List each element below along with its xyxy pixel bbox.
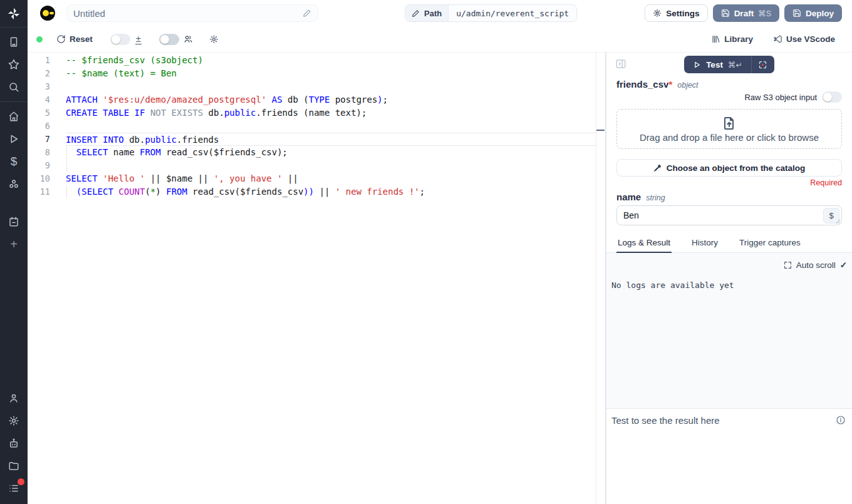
resize-grip[interactable] xyxy=(836,219,841,224)
line-number: 8 xyxy=(28,146,66,159)
settings-gear-icon[interactable] xyxy=(7,414,21,428)
arg-name-type: string xyxy=(646,193,665,202)
code-line-4[interactable]: 4ATTACH '$res:u/demo/amazed_postgresql' … xyxy=(28,93,596,106)
resources-cluster-icon[interactable] xyxy=(7,177,21,191)
result-placeholder: Test to see the result here xyxy=(611,415,720,426)
sidebar: $ + xyxy=(0,0,28,504)
variables-dollar-icon[interactable]: $ xyxy=(7,155,21,168)
code-text: -- $name (text) = Ben xyxy=(66,67,596,80)
code-line-10[interactable]: 10SELECT 'Hello ' || $name || ', you hav… xyxy=(28,172,596,185)
collapse-panel-icon[interactable] xyxy=(615,58,628,71)
script-title: Untitled xyxy=(73,8,303,19)
library-icon xyxy=(711,34,720,44)
settings-label: Settings xyxy=(666,9,699,18)
line-number: 11 xyxy=(28,185,66,198)
code-line-7[interactable]: 7INSERT INTO db.public.friends xyxy=(28,133,596,146)
tab-trigger-captures[interactable]: Trigger captures xyxy=(738,235,802,253)
file-dropzone[interactable]: Drag and drop a file here or click to br… xyxy=(616,109,842,149)
code-line-8[interactable]: 8 SELECT name FROM read_csv($friends_csv… xyxy=(28,146,596,159)
library-label: Library xyxy=(724,34,753,44)
logs-pane: Auto scroll ✓ No logs are available yet xyxy=(606,253,852,408)
top-header: Untitled Path u/admin/reverent_script Se… xyxy=(28,0,852,26)
diff-toggle[interactable] xyxy=(110,34,130,45)
user-icon[interactable] xyxy=(7,391,21,405)
line-number: 9 xyxy=(28,159,66,172)
app-root: $ + xyxy=(0,0,852,504)
path-value: u/admin/reverent_script xyxy=(449,5,576,21)
arg-friends-csv-type: object xyxy=(677,81,698,90)
reset-button[interactable]: Reset xyxy=(56,34,93,44)
line-number: 5 xyxy=(28,106,66,120)
edit-pencil-icon xyxy=(412,9,420,18)
capture-icon xyxy=(758,60,767,69)
settings-button[interactable]: Settings xyxy=(645,4,707,22)
code-line-6[interactable]: 6 xyxy=(28,120,596,133)
draft-shortcut: ⌘S xyxy=(758,9,771,18)
code-text: (SELECT COUNT(*) FROM read_csv($friends_… xyxy=(66,185,596,198)
deploy-label: Deploy xyxy=(806,9,834,18)
workers-robot-icon[interactable] xyxy=(7,436,21,450)
line-number: 10 xyxy=(28,172,66,185)
workspace-icon[interactable] xyxy=(7,35,21,49)
status-dot xyxy=(36,36,43,43)
code-line-2[interactable]: 2-- $name (text) = Ben xyxy=(28,67,596,80)
arg-name-label: name xyxy=(616,192,641,202)
search-icon[interactable] xyxy=(7,80,21,94)
add-plus-icon[interactable]: + xyxy=(7,237,21,251)
home-icon[interactable] xyxy=(7,110,21,123)
multiplayer-toggle[interactable] xyxy=(159,34,179,45)
draft-button[interactable]: Draft ⌘S xyxy=(713,4,779,22)
folders-icon[interactable] xyxy=(7,459,21,473)
test-label: Test xyxy=(706,60,723,69)
line-number: 7 xyxy=(28,133,66,146)
play-icon xyxy=(693,61,701,69)
save-icon xyxy=(792,9,801,18)
code-line-5[interactable]: 5CREATE TABLE IF NOT EXISTS db.public.fr… xyxy=(28,106,596,120)
tab-history[interactable]: History xyxy=(690,235,719,253)
required-asterisk: * xyxy=(668,79,672,90)
diff-icon: ± xyxy=(135,34,142,44)
windmill-logo-icon[interactable] xyxy=(0,0,28,28)
editor-overview-ruler[interactable] xyxy=(596,53,605,504)
code-line-11[interactable]: 11 (SELECT COUNT(*) FROM read_csv($frien… xyxy=(28,185,596,198)
capture-button[interactable] xyxy=(752,56,774,73)
code-editor[interactable]: 1-- $friends_csv (s3object)2-- $name (te… xyxy=(28,53,605,504)
raw-s3-toggle[interactable] xyxy=(822,91,842,103)
gear-icon xyxy=(653,9,662,18)
auto-scroll-label: Auto scroll xyxy=(796,260,836,270)
test-button[interactable]: Test ⌘↵ xyxy=(684,56,751,73)
name-input[interactable]: Ben $ xyxy=(616,205,842,225)
schedules-calendar-icon[interactable] xyxy=(7,215,21,229)
line-number: 4 xyxy=(28,93,66,106)
code-lines: 1-- $friends_csv (s3object)2-- $name (te… xyxy=(28,53,605,198)
dropzone-text: Drag and drop a file here or click to br… xyxy=(640,132,819,143)
auto-scroll-toggle[interactable]: Auto scroll ✓ xyxy=(784,260,847,270)
refresh-icon xyxy=(56,34,66,44)
tab-logs-result[interactable]: Logs & Result xyxy=(616,235,672,253)
draft-label: Draft xyxy=(734,9,754,18)
gear-icon xyxy=(209,34,219,44)
path-button[interactable]: Path u/admin/reverent_script xyxy=(405,4,577,22)
code-line-1[interactable]: 1-- $friends_csv (s3object) xyxy=(28,54,596,67)
save-icon xyxy=(721,9,730,18)
result-tabs: Logs & ResultHistoryTrigger captures xyxy=(606,235,852,253)
choose-object-button[interactable]: Choose an object from the catalog xyxy=(616,159,842,177)
runs-play-icon[interactable] xyxy=(7,132,21,146)
audit-list-icon[interactable] xyxy=(7,481,21,495)
library-button[interactable]: Library xyxy=(711,34,753,44)
editor-settings-button[interactable] xyxy=(209,34,219,44)
cursor-position-marker xyxy=(596,130,605,131)
deploy-button[interactable]: Deploy xyxy=(784,4,842,22)
info-icon[interactable] xyxy=(836,415,846,425)
preview-panel: Test ⌘↵ friends_csv* object Raw S3 objec xyxy=(606,53,852,504)
required-note: Required xyxy=(616,178,842,187)
code-line-9[interactable]: 9 xyxy=(28,159,596,172)
code-text: INSERT INTO db.public.friends xyxy=(66,133,596,146)
use-vscode-button[interactable]: Use VScode xyxy=(773,34,835,44)
code-text xyxy=(66,159,596,172)
line-number: 3 xyxy=(28,80,66,93)
script-title-input[interactable]: Untitled xyxy=(66,4,318,22)
favorites-star-icon[interactable] xyxy=(7,58,21,71)
path-label: Path xyxy=(424,9,442,18)
code-line-3[interactable]: 3 xyxy=(28,80,596,93)
